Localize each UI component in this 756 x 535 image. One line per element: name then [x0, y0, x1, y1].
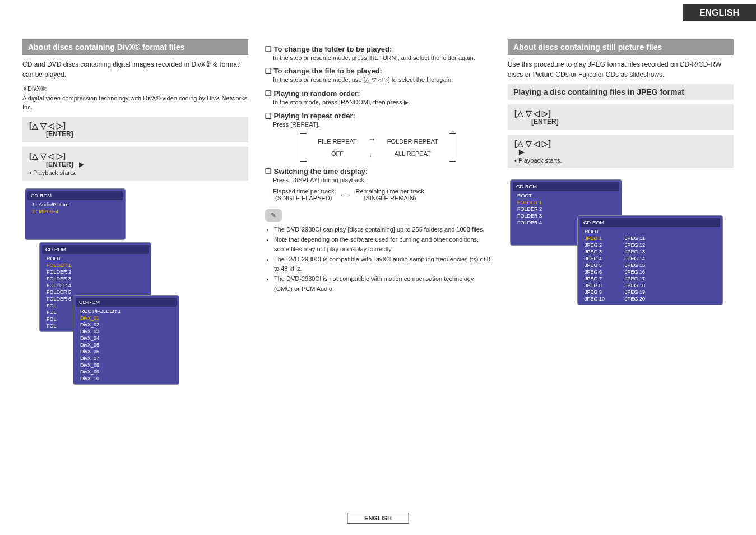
mockA-title: CD-ROM: [513, 182, 619, 191]
ui-mock-format-select: CD-ROM 1 : Audio/Picture 2 : MPEG-4: [25, 188, 126, 240]
repeat-off-label: OFF: [331, 150, 344, 157]
text-repeat: Press [REPEAT].: [273, 121, 491, 128]
note-item: The DVD-2930CI is compatible with DivX® …: [274, 255, 491, 274]
elapsed-label: Elapsed time per track: [273, 188, 334, 195]
mock1-title: CD-ROM: [27, 191, 123, 200]
time-display-diagram: Elapsed time per track (SINGLE ELAPSED) …: [273, 188, 491, 201]
mock2-folder: FOLDER 2: [42, 269, 149, 275]
arrow-right-icon: →: [368, 135, 376, 144]
jpeg-step1: [△ ▽ ◁ ▷] [ENTER]: [508, 104, 734, 130]
ui-mock-stack-jpeg: CD-ROM ROOT FOLDER 1 FOLDER 2 FOLDER 3 F…: [508, 179, 734, 246]
jpeg-file: JPEG 12: [620, 242, 650, 248]
divx-body: CD and DVD discs containing digital imag…: [22, 59, 248, 80]
jpeg-file: JPEG 15: [620, 262, 650, 269]
pencil-icon: ✎: [265, 209, 282, 222]
ui-mock-stack-divx: CD-ROM 1 : Audio/Picture 2 : MPEG-4 CD-R…: [22, 188, 248, 385]
jpeg-file: JPEG 4: [580, 255, 609, 262]
heading-change-folder: ❏ To change the folder to be played:: [265, 45, 491, 53]
jpeg-file: JPEG 18: [620, 282, 650, 289]
heading-repeat: ❏ Playing in repeat order:: [265, 112, 491, 120]
jpeg-file: JPEG 16: [620, 269, 650, 275]
remaining-label: Remaining time per track: [355, 188, 424, 195]
column-center: ❏ To change the folder to be played: In …: [265, 39, 491, 387]
mock3-file: DivX_04: [76, 335, 177, 342]
step-box-1: [△ ▽ ◁ ▷] [ENTER]: [22, 117, 248, 142]
text-change-folder: In the stop or resume mode, press [RETUR…: [273, 54, 491, 61]
mock2-folder: FOLDER 5: [42, 289, 149, 296]
repeat-all-label: ALL REPEAT: [395, 150, 431, 157]
mock3-file: DivX_01: [76, 315, 177, 321]
bracket-right: [449, 133, 456, 162]
mock2-folder: FOLDER 3: [42, 275, 149, 282]
mock3-file: DivX_07: [76, 355, 177, 362]
mock2-title: CD-ROM: [42, 245, 149, 254]
elapsed-sub: (SINGLE ELAPSED): [273, 195, 334, 201]
text-random: In the stop mode, press [RANDOM], then p…: [273, 99, 491, 106]
step1-enter: [ENTER]: [46, 130, 242, 138]
remaining-sub: (SINGLE REMAIN): [355, 195, 424, 201]
heading-jpeg-playback: Playing a disc containing files in JPEG …: [508, 84, 734, 100]
mock3-file: DivX_09: [76, 368, 177, 375]
repeat-file-label: FILE REPEAT: [318, 138, 356, 145]
mockB-root: ROOT: [580, 228, 720, 235]
step1-arrows: [△ ▽ ◁ ▷]: [29, 121, 242, 130]
jpeg-step1-arrows: [△ ▽ ◁ ▷]: [514, 109, 727, 118]
note-item: The DVD-2930CI is not compatible with mo…: [274, 274, 491, 294]
jpeg-file: JPEG 11: [620, 235, 650, 242]
jpeg-file: JPEG 5: [580, 262, 609, 269]
mock2-folder: FOLDER 4: [42, 282, 149, 289]
double-arrow-icon: ←→: [340, 191, 350, 198]
mock3-file: DivX_02: [76, 321, 177, 328]
language-tab: ENGLISH: [683, 4, 756, 21]
jpeg-file: JPEG 1: [580, 235, 609, 242]
jpeg-step1-enter: [ENTER]: [531, 118, 727, 126]
divx-note-body: A digital video compression technology w…: [22, 94, 248, 112]
column-left: About discs containing DivX® format file…: [22, 39, 248, 387]
jpeg-file: JPEG 6: [580, 269, 609, 275]
still-picture-body: Use this procedure to play JPEG format f…: [508, 59, 734, 80]
mock3-root: ROOT/FOLDER 1: [76, 308, 177, 315]
step2-playback-starts: • Playback starts.: [29, 169, 242, 176]
mock3-file: DivX_03: [76, 328, 177, 335]
mock1-line2: 2 : MPEG-4: [27, 208, 123, 215]
mockA-root: ROOT: [513, 192, 619, 199]
step2-enter: [ENTER]: [46, 160, 73, 168]
bracket-left: [300, 133, 307, 162]
note-item: Note that depending on the software used…: [274, 235, 491, 255]
jpeg-file: JPEG 8: [580, 282, 609, 289]
mock3-file: DivX_08: [76, 362, 177, 368]
mockA-folder: FOLDER 1: [513, 199, 619, 206]
note-item: The DVD-2930CI can play [discs containin…: [274, 225, 491, 235]
heading-still-picture: About discs containing still picture fil…: [508, 39, 734, 55]
mock3-file: DivX_10: [76, 375, 177, 382]
jpeg-file: JPEG 17: [620, 275, 650, 282]
jpeg-file: JPEG 20: [620, 296, 650, 302]
repeat-cycle-diagram: FILE REPEAT OFF → ← FOLDER REPEAT ALL RE…: [265, 133, 491, 162]
step2-arrows: [△ ▽ ◁ ▷]: [29, 151, 66, 160]
jpeg-file: JPEG 7: [580, 275, 609, 282]
jpeg-file: JPEG 3: [580, 248, 609, 255]
mock3-title: CD-ROM: [76, 298, 177, 307]
footer-language: ENGLISH: [347, 513, 409, 524]
step-box-2: [△ ▽ ◁ ▷] [ENTER] ▶ • Playback starts.: [22, 147, 248, 181]
jpeg-step2: [△ ▽ ◁ ▷] ▶ • Playback starts.: [508, 135, 734, 168]
repeat-folder-label: FOLDER REPEAT: [387, 138, 438, 145]
mock1-line1: 1 : Audio/Picture: [27, 201, 123, 208]
mockA-folder: FOLDER 2: [513, 206, 619, 213]
text-change-file: In the stop or resume mode, use [△ ▽ ◁ ▷…: [273, 76, 491, 84]
jpeg-file: JPEG 2: [580, 242, 609, 248]
heading-change-file: ❏ To change the file to be played:: [265, 67, 491, 75]
jpeg-step2-arrows: [△ ▽ ◁ ▷]: [514, 139, 727, 148]
mockB-title: CD-ROM: [580, 218, 720, 227]
divx-note-label: ※DivX®:: [22, 84, 248, 94]
jpeg-play-icon: ▶: [519, 148, 727, 156]
jpeg-file: JPEG 19: [620, 289, 650, 296]
ui-mock-files: CD-ROM ROOT/FOLDER 1 DivX_01 DivX_02 Div…: [73, 295, 179, 385]
arrow-left-icon: ←: [368, 151, 376, 160]
heading-divx-discs: About discs containing DivX® format file…: [22, 39, 248, 55]
heading-random: ❏ Playing in random order:: [265, 89, 491, 98]
jpeg-file: JPEG 14: [620, 255, 650, 262]
play-icon: ▶: [79, 160, 84, 168]
heading-time-display: ❏ Switching the time display:: [265, 167, 491, 176]
mock3-file: DivX_06: [76, 348, 177, 355]
